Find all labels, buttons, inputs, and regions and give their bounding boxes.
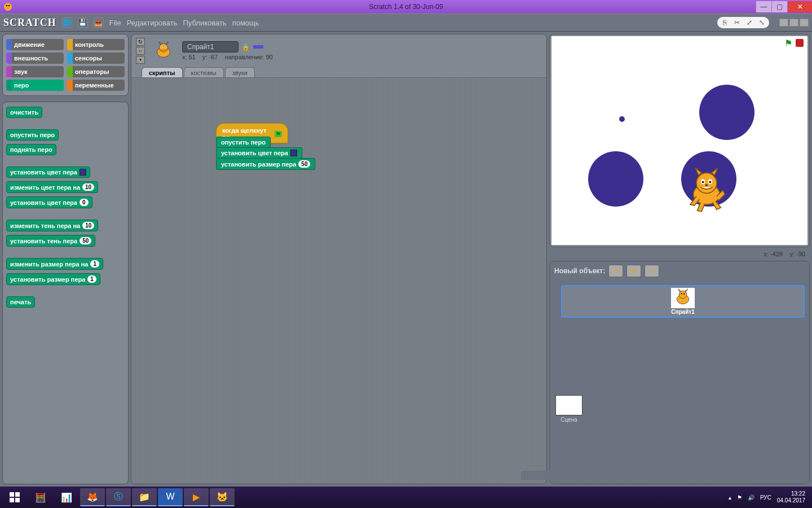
x-value: 51 <box>189 54 196 60</box>
sprite-coords: x: 51 y: -67 направление: 90 <box>182 54 273 60</box>
view-presentation-button[interactable] <box>800 19 809 27</box>
green-flag-button[interactable]: ⚑ <box>784 38 792 49</box>
save-icon[interactable]: 💾 <box>78 17 88 28</box>
task-explorer[interactable]: 📁 <box>132 488 157 506</box>
choose-sprite-button[interactable]: ★ <box>626 265 641 277</box>
category-motion[interactable]: движение <box>6 39 64 50</box>
stage[interactable] <box>551 36 807 245</box>
menu-edit[interactable]: Редактировать <box>127 19 178 27</box>
block-pen-down[interactable]: опустить перо <box>6 129 59 141</box>
block-set-pen-color-num[interactable]: установить цвет пера0 <box>6 196 92 208</box>
block-change-size[interactable]: изменить размер пера на1 <box>6 258 103 270</box>
svg-point-19 <box>683 293 685 294</box>
rotate-style-1[interactable]: ↻ <box>136 38 145 46</box>
tab-costumes[interactable]: костюмы <box>184 67 224 77</box>
task-skype[interactable]: Ⓢ <box>106 488 131 506</box>
x-label: x: <box>182 54 187 60</box>
script-block-1[interactable]: опустить перо <box>216 137 271 148</box>
grow-icon[interactable]: ⤢ <box>745 19 753 27</box>
category-looks[interactable]: внешность <box>6 52 64 64</box>
sprite-name-field[interactable]: Спрайт1 <box>182 41 239 52</box>
task-presentation[interactable]: 📊 <box>54 488 79 506</box>
block-set-pen-color[interactable]: установить цвет пера <box>6 167 90 178</box>
tab-scripts[interactable]: скрипты <box>142 67 183 77</box>
category-control[interactable]: контроль <box>67 39 125 50</box>
stage-sprite-cat[interactable] <box>681 165 732 218</box>
start-button[interactable] <box>2 488 27 506</box>
random-sprite-button[interactable]: ? <box>645 265 659 277</box>
task-media[interactable]: ▶ <box>184 488 209 506</box>
tray-up-icon[interactable]: ▴ <box>729 494 731 501</box>
category-operators[interactable]: операторы <box>67 66 125 77</box>
script-area[interactable]: когда щелкнут по ⚑ опустить перо установ… <box>131 77 546 484</box>
script-block-2[interactable]: установить цвет пера <box>216 147 302 159</box>
window-title: Scratch 1.4 of 30-Jun-09 <box>369 3 443 11</box>
category-pen[interactable]: перо <box>6 80 64 91</box>
menu-publish[interactable]: Публиковать <box>183 19 226 27</box>
svg-point-7 <box>161 46 162 47</box>
task-scratch[interactable]: 🐱 <box>210 488 235 506</box>
block-label: изменить тень пера на <box>10 222 80 229</box>
block-set-size[interactable]: установить размер пера1 <box>6 273 100 285</box>
stage-thumbnail[interactable] <box>555 395 582 415</box>
block-change-shade[interactable]: изменить тень пера на 10 <box>6 220 98 231</box>
cut-icon[interactable]: ✂ <box>733 19 741 27</box>
svg-rect-21 <box>15 492 20 497</box>
tray-clock[interactable]: 13:22 04.04.2017 <box>777 491 805 504</box>
tray-date: 04.04.2017 <box>777 497 805 504</box>
block-change-pen-color[interactable]: изменить цвет пера на10 <box>6 181 98 193</box>
tab-sounds[interactable]: звуки <box>225 67 255 77</box>
block-pen-up[interactable]: поднять перо <box>6 144 56 155</box>
share-icon[interactable]: 📤 <box>94 17 104 28</box>
lock-icon[interactable]: 🔒 <box>242 43 250 51</box>
category-grid: движение контроль внешность сенсоры звук… <box>2 34 129 96</box>
num-input: 10 <box>82 222 94 229</box>
block-label: установить цвет пера <box>10 169 77 176</box>
block-set-shade[interactable]: установить тень пера50 <box>6 235 95 247</box>
category-variables[interactable]: переменные <box>67 80 125 91</box>
dir-value: 90 <box>266 54 272 60</box>
block-label: установить размер пера <box>221 161 296 168</box>
task-calculator[interactable]: 🧮 <box>28 488 53 506</box>
stop-button[interactable] <box>796 39 804 47</box>
maximize-button[interactable]: ▢ <box>771 1 787 12</box>
script-block-3[interactable]: установить размер пера50 <box>216 158 315 170</box>
tray-action-icon[interactable]: ⚑ <box>737 494 742 501</box>
tray-volume-icon[interactable]: 🔊 <box>748 494 754 501</box>
rotate-style-3[interactable]: • <box>136 56 145 64</box>
direction-indicator[interactable] <box>253 45 263 49</box>
view-normal-button[interactable] <box>789 19 798 27</box>
sprite-item-1[interactable]: Спрайт1 <box>561 285 805 318</box>
mouse-x-label: x: <box>764 251 769 257</box>
stage-label: Сцена <box>561 417 577 423</box>
svg-point-17 <box>679 291 687 299</box>
menu-file[interactable]: File <box>109 19 121 27</box>
num-input: 1 <box>87 275 96 283</box>
stage-circle-large-2 <box>588 151 643 207</box>
category-sound[interactable]: звук <box>6 66 64 77</box>
task-firefox[interactable]: 🦊 <box>80 488 105 506</box>
svg-point-14 <box>709 181 712 183</box>
minimize-button[interactable]: — <box>756 1 771 12</box>
view-small-button[interactable] <box>779 19 788 27</box>
block-stamp[interactable]: печать <box>6 296 35 308</box>
tray-lang[interactable]: РУС <box>760 494 771 501</box>
svg-point-18 <box>681 293 682 294</box>
close-button[interactable]: ✕ <box>787 1 812 12</box>
svg-point-4 <box>159 43 167 52</box>
language-icon[interactable]: 🌐 <box>62 17 72 28</box>
num-input: 10 <box>82 183 94 191</box>
duplicate-icon[interactable]: ⎘ <box>721 19 729 27</box>
sprite-header: ↻ ↔ • Спрайт1 🔒 x: 51 y: -67 направление… <box>131 34 546 67</box>
task-word[interactable]: W <box>158 488 183 506</box>
view-toggle <box>779 19 809 27</box>
block-clear[interactable]: очистить <box>6 107 42 118</box>
sprite-toolbar: Новый объект: ✏ ★ ? <box>550 261 809 281</box>
app-header: SCRATCH 🌐 💾 📤 File Редактировать Публико… <box>0 14 812 32</box>
category-sensing[interactable]: сенсоры <box>67 52 125 64</box>
shrink-icon[interactable]: ⤡ <box>758 19 766 27</box>
sprite-panel: Новый объект: ✏ ★ ? Спрайт1 <box>549 261 810 484</box>
paint-sprite-button[interactable]: ✏ <box>608 265 623 277</box>
rotate-style-2[interactable]: ↔ <box>136 47 145 55</box>
menu-help[interactable]: помощь <box>232 19 259 27</box>
